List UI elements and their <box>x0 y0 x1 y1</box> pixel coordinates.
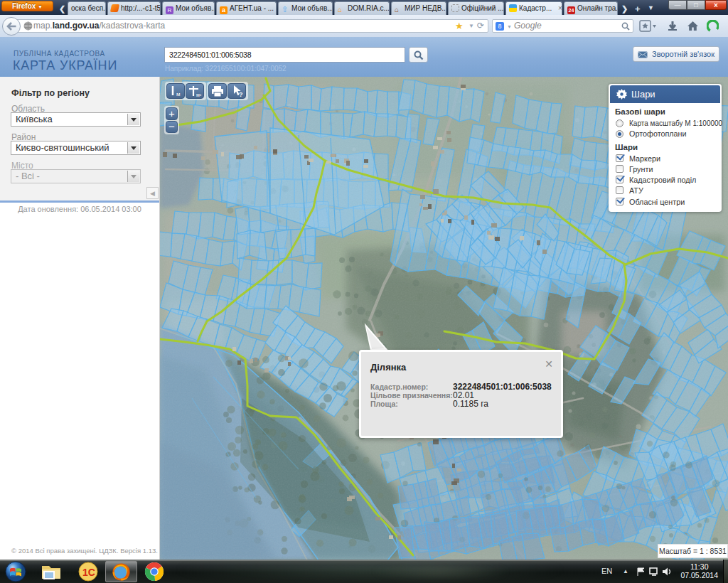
svg-text:м²: м² <box>196 92 202 97</box>
svg-text:?: ? <box>239 91 243 98</box>
svg-text:1С: 1С <box>82 567 95 578</box>
svg-text:м: м <box>176 91 181 97</box>
